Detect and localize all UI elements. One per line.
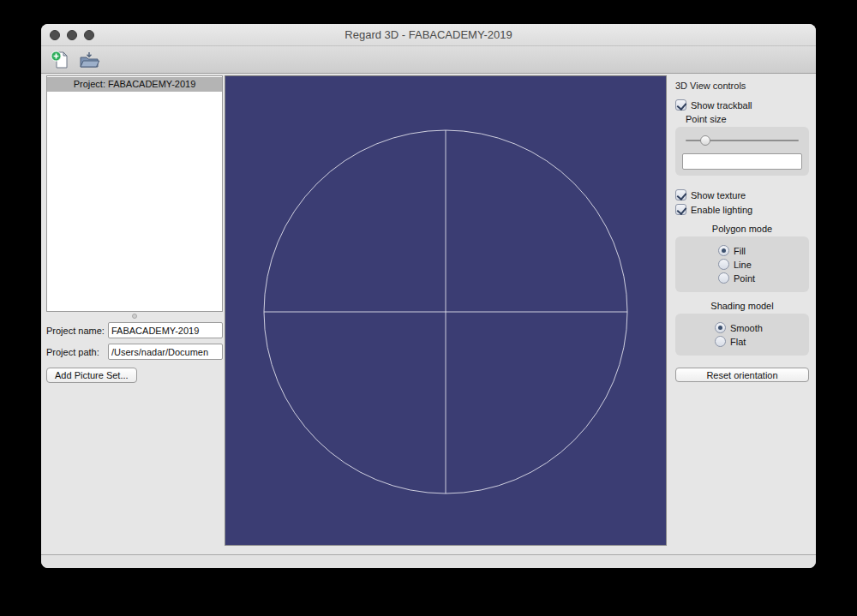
splitter-handle-icon: [132, 314, 137, 319]
project-name-row: Project name:: [46, 321, 223, 339]
shading-model-group: Smooth Flat: [675, 314, 809, 356]
tree-item-project[interactable]: Project: FABACADEMY-2019: [47, 77, 222, 92]
project-path-input[interactable]: [108, 344, 223, 360]
main-toolbar: [41, 46, 816, 74]
3d-viewport[interactable]: [225, 75, 667, 546]
polygon-point-row[interactable]: Point: [718, 272, 802, 284]
show-trackball-label: Show trackball: [691, 100, 752, 111]
polygon-fill-row[interactable]: Fill: [718, 245, 802, 256]
point-size-group: [675, 127, 809, 176]
traffic-lights: [50, 24, 94, 46]
project-name-label: Project name:: [46, 326, 108, 336]
show-trackball-checkbox[interactable]: [675, 99, 686, 111]
main-content: Project: FABACADEMY-2019 Project name: P…: [41, 74, 816, 547]
enable-lighting-row[interactable]: Enable lighting: [675, 204, 811, 215]
show-texture-checkbox[interactable]: [675, 189, 686, 200]
polygon-line-radio[interactable]: [718, 259, 729, 270]
project-name-input[interactable]: [108, 322, 223, 338]
desktop-background: Regard 3D - FABACADEMY-2019: [0, 0, 857, 616]
zoom-button[interactable]: [84, 30, 94, 40]
project-tree[interactable]: Project: FABACADEMY-2019: [46, 75, 223, 312]
polygon-fill-label: Fill: [734, 246, 746, 256]
title-bar[interactable]: Regard 3D - FABACADEMY-2019: [41, 24, 816, 46]
new-project-icon: [50, 50, 70, 70]
project-path-row: Project path:: [46, 343, 223, 361]
shading-model-label: Shading model: [674, 301, 811, 311]
open-project-icon: [78, 50, 100, 70]
open-project-button[interactable]: [77, 49, 101, 71]
new-project-button[interactable]: [48, 49, 72, 71]
trackball-graphic: [225, 76, 666, 545]
enable-lighting-label: Enable lighting: [691, 205, 752, 215]
point-size-slider[interactable]: [686, 135, 799, 147]
reset-orientation-button[interactable]: Reset orientation: [675, 368, 809, 382]
polygon-line-row[interactable]: Line: [718, 259, 802, 270]
shading-flat-label: Flat: [730, 337, 746, 347]
close-button[interactable]: [50, 30, 60, 40]
polygon-mode-group: Fill Line Point: [675, 236, 809, 292]
view-controls-panel: 3D View controls Show trackball Point si…: [667, 75, 816, 547]
window-title: Regard 3D - FABACADEMY-2019: [345, 28, 512, 41]
add-picture-set-button[interactable]: Add Picture Set...: [46, 368, 137, 383]
enable-lighting-checkbox[interactable]: [675, 204, 686, 215]
shading-flat-row[interactable]: Flat: [715, 336, 802, 347]
view-controls-title: 3D View controls: [675, 81, 811, 91]
polygon-mode-label: Polygon mode: [674, 224, 811, 234]
project-panel: Project: FABACADEMY-2019 Project name: P…: [41, 75, 225, 547]
panel-splitter[interactable]: [46, 312, 223, 320]
slider-thumb[interactable]: [700, 135, 710, 146]
shading-smooth-row[interactable]: Smooth: [715, 322, 802, 333]
shading-smooth-label: Smooth: [730, 323, 763, 333]
app-window: Regard 3D - FABACADEMY-2019: [41, 24, 816, 568]
polygon-fill-radio[interactable]: [718, 245, 729, 256]
polygon-point-radio[interactable]: [718, 272, 729, 284]
shading-flat-radio[interactable]: [715, 336, 726, 347]
show-texture-label: Show texture: [691, 190, 746, 200]
project-path-label: Project path:: [46, 347, 108, 357]
point-size-label: Point size: [686, 114, 811, 124]
status-bar: [41, 554, 816, 568]
shading-smooth-radio[interactable]: [715, 322, 726, 333]
point-size-input[interactable]: [682, 153, 802, 170]
polygon-line-label: Line: [734, 260, 752, 270]
minimize-button[interactable]: [67, 30, 77, 40]
show-texture-row[interactable]: Show texture: [675, 189, 811, 200]
show-trackball-row[interactable]: Show trackball: [675, 99, 811, 111]
polygon-point-label: Point: [734, 273, 755, 284]
